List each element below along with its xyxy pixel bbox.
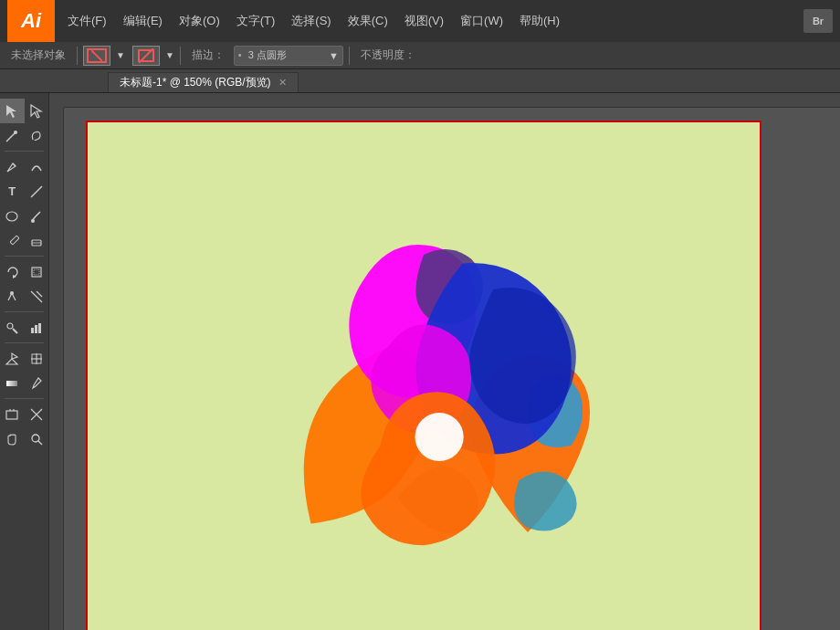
svg-marker-1 (31, 105, 41, 118)
svg-line-4 (13, 163, 16, 166)
lasso-tool[interactable] (25, 123, 49, 148)
svg-marker-0 (6, 105, 16, 118)
menu-edit[interactable]: 编辑(E) (116, 9, 170, 33)
left-toolbar: T (0, 93, 49, 630)
tab-bar: 未标题-1* @ 150% (RGB/预览) ✕ (0, 69, 840, 93)
toolbar-sep-2 (180, 47, 181, 65)
tool-row-hand (0, 426, 48, 451)
tool-row-pen (0, 154, 48, 179)
pen-tool[interactable] (0, 154, 25, 179)
svg-line-15 (31, 291, 42, 302)
stroke-dropdown-arrow[interactable]: ▼ (165, 50, 174, 60)
curvature-tool[interactable] (25, 154, 49, 179)
tab-close-button[interactable]: ✕ (278, 77, 287, 89)
svg-line-32 (38, 441, 42, 445)
hand-tool[interactable] (0, 426, 25, 451)
menu-text[interactable]: 文字(T) (229, 9, 283, 33)
svg-point-3 (14, 131, 17, 134)
menu-file[interactable]: 文件(F) (60, 9, 114, 33)
type-tool[interactable]: T (0, 179, 25, 204)
pencil-tool[interactable] (0, 228, 25, 253)
artboard[interactable] (86, 121, 761, 630)
stroke-label: 描边： (186, 47, 230, 63)
tool-row-grid (0, 346, 48, 371)
artboard-tool[interactable] (0, 402, 25, 426)
puppet-warp-tool[interactable] (0, 284, 25, 309)
tool-sep-2 (5, 256, 43, 257)
tab-document[interactable]: 未标题-1* @ 150% (RGB/预览) ✕ (108, 72, 299, 92)
ruler-corner (49, 93, 64, 108)
free-transform-tool[interactable] (25, 284, 49, 309)
tool-row-puppet (0, 284, 48, 309)
menu-window[interactable]: 窗口(W) (453, 9, 510, 33)
stroke-select-arrow: ▼ (329, 50, 339, 61)
tool-row-type: T (0, 179, 48, 204)
menu-view[interactable]: 视图(V) (397, 9, 451, 33)
menu-effect[interactable]: 效果(C) (341, 9, 395, 33)
stroke-select[interactable]: • 3 点圆形 ▼ (234, 46, 343, 66)
svg-rect-21 (38, 323, 41, 333)
ellipse-tool[interactable] (0, 204, 25, 228)
svg-point-7 (31, 219, 35, 223)
tool-sep-5 (5, 398, 43, 399)
svg-point-17 (7, 323, 13, 329)
eyedropper-tool[interactable] (25, 371, 49, 395)
svg-rect-13 (34, 269, 39, 275)
tool-row-symbol (0, 315, 48, 340)
tool-row-selection (0, 99, 48, 123)
svg-marker-22 (6, 359, 17, 364)
main-area: T (0, 93, 840, 630)
logo-artwork (250, 194, 597, 559)
graph-tool[interactable] (25, 315, 49, 340)
toolbar-sep-3 (349, 47, 350, 65)
svg-line-16 (37, 291, 42, 297)
horizontal-ruler (64, 93, 840, 108)
svg-point-31 (32, 435, 39, 442)
stroke-select-value: • 3 点圆形 (238, 48, 287, 62)
stroke-color-box[interactable] (132, 46, 160, 66)
svg-rect-28 (6, 411, 17, 419)
menu-object[interactable]: 对象(O) (172, 9, 227, 33)
slice-tool[interactable] (25, 402, 49, 426)
svg-rect-20 (35, 325, 37, 333)
magic-wand-tool[interactable] (0, 123, 25, 148)
eraser-tool[interactable] (25, 228, 49, 253)
svg-point-6 (6, 212, 17, 221)
title-bar: Ai 文件(F) 编辑(E) 对象(O) 文字(T) 选择(S) 效果(C) 视… (0, 0, 840, 42)
svg-rect-27 (6, 381, 17, 386)
stroke-color-inner (138, 49, 154, 62)
svg-point-36 (415, 413, 464, 461)
canvas-area[interactable] (49, 93, 840, 630)
svg-point-14 (10, 291, 14, 295)
mesh-tool[interactable] (25, 346, 49, 371)
paintbrush-tool[interactable] (25, 204, 49, 228)
zoom-tool[interactable] (25, 426, 49, 451)
svg-line-2 (6, 132, 16, 142)
symbol-sprayer-tool[interactable] (0, 315, 25, 340)
rotate-tool[interactable] (0, 259, 25, 284)
tool-sep-3 (5, 311, 43, 312)
fill-color-inner (87, 48, 107, 63)
line-tool[interactable] (25, 179, 49, 204)
svg-marker-23 (12, 353, 17, 359)
svg-rect-19 (31, 328, 34, 333)
fill-color-box[interactable] (83, 46, 110, 66)
fill-dropdown-arrow[interactable]: ▼ (116, 50, 125, 60)
menu-help[interactable]: 帮助(H) (512, 9, 567, 33)
svg-line-5 (31, 186, 42, 197)
menu-select[interactable]: 选择(S) (284, 9, 338, 33)
toolbar: 未选择对象 ▼ ▼ 描边： • 3 点圆形 ▼ 不透明度： (0, 42, 840, 69)
perspective-grid-tool[interactable] (0, 346, 25, 371)
vertical-ruler (49, 108, 64, 630)
toolbar-sep-1 (77, 47, 78, 65)
tool-row-gradient (0, 371, 48, 395)
selection-tool[interactable] (0, 99, 25, 123)
ai-logo: Ai (7, 0, 55, 42)
transform-tool[interactable] (25, 259, 49, 284)
gradient-tool[interactable] (0, 371, 25, 395)
direct-selection-tool[interactable] (25, 99, 49, 123)
svg-rect-12 (32, 268, 41, 277)
opacity-label: 不透明度： (355, 47, 421, 63)
bridge-button[interactable]: Br (803, 9, 833, 33)
object-label: 未选择对象 (5, 47, 71, 63)
